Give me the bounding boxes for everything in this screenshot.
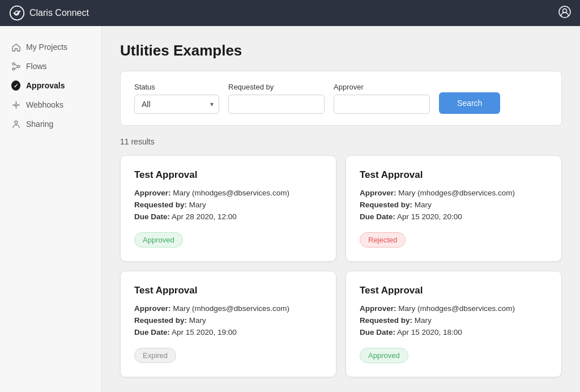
sidebar-item-sharing[interactable]: Sharing bbox=[0, 114, 101, 134]
status-badge-2: Rejected bbox=[360, 232, 406, 248]
requested-by-filter-group: Requested by bbox=[228, 83, 325, 114]
sidebar-item-flows[interactable]: Flows bbox=[0, 57, 101, 76]
svg-point-0 bbox=[10, 6, 24, 20]
approvals-icon bbox=[11, 81, 20, 90]
user-icon[interactable] bbox=[558, 6, 571, 20]
approver-label: Approver bbox=[334, 83, 430, 91]
sharing-icon bbox=[11, 120, 20, 129]
card-approver-1: Approver: Mary (mhodges@dbservices.com) bbox=[134, 189, 322, 197]
sidebar-label-my-projects: My Projects bbox=[26, 42, 67, 52]
card-requested-by-4: Requested by: Mary bbox=[360, 316, 548, 325]
status-filter-group: Status All Approved Rejected Expired Pen… bbox=[134, 83, 219, 114]
card-title-4: Test Approval bbox=[360, 285, 548, 296]
filter-bar: Status All Approved Rejected Expired Pen… bbox=[120, 71, 562, 126]
app-name: Claris Connect bbox=[29, 8, 89, 18]
card-title-2: Test Approval bbox=[360, 169, 548, 181]
svg-point-7 bbox=[15, 104, 17, 106]
sidebar-label-webhooks: Webhooks bbox=[26, 100, 63, 109]
sidebar-label-sharing: Sharing bbox=[26, 120, 53, 129]
card-due-date-4: Due Date: Apr 15 2020, 18:00 bbox=[360, 328, 548, 336]
card-approver-3: Approver: Mary (mhodges@dbservices.com) bbox=[134, 304, 322, 313]
sidebar-item-my-projects[interactable]: My Projects bbox=[0, 37, 101, 57]
svg-point-6 bbox=[12, 68, 15, 70]
results-count: 11 results bbox=[120, 137, 562, 146]
card-requested-by-2: Requested by: Mary bbox=[360, 201, 548, 209]
card-approver-4: Approver: Mary (mhodges@dbservices.com) bbox=[360, 304, 548, 313]
search-button[interactable]: Search bbox=[439, 92, 500, 114]
card-due-date-2: Due Date: Apr 15 2020, 20:00 bbox=[360, 212, 548, 221]
card-due-date-3: Due Date: Apr 15 2020, 19:00 bbox=[134, 328, 322, 336]
status-badge-4: Approved bbox=[360, 348, 408, 363]
card-title-1: Test Approval bbox=[134, 169, 322, 181]
svg-point-4 bbox=[12, 63, 15, 65]
svg-point-5 bbox=[18, 65, 20, 67]
requested-by-input[interactable] bbox=[228, 95, 325, 114]
webhooks-icon bbox=[11, 100, 20, 109]
status-select-wrapper: All Approved Rejected Expired Pending ▾ bbox=[134, 95, 219, 114]
sidebar: My Projects Flows Approvals bbox=[0, 26, 102, 392]
approval-card-3[interactable]: Test Approval Approver: Mary (mhodges@db… bbox=[120, 271, 336, 377]
status-label: Status bbox=[134, 83, 219, 91]
approver-filter-group: Approver bbox=[334, 83, 430, 114]
claris-logo-icon bbox=[9, 5, 25, 21]
sidebar-item-webhooks[interactable]: Webhooks bbox=[0, 95, 101, 114]
top-nav: Claris Connect bbox=[0, 0, 580, 26]
card-approver-2: Approver: Mary (mhodges@dbservices.com) bbox=[360, 189, 548, 197]
flows-icon bbox=[11, 62, 20, 71]
sidebar-item-approvals[interactable]: Approvals bbox=[0, 76, 101, 95]
approver-input[interactable] bbox=[334, 95, 430, 114]
card-title-3: Test Approval bbox=[134, 285, 322, 296]
approval-card-2[interactable]: Test Approval Approver: Mary (mhodges@db… bbox=[346, 155, 562, 262]
approval-card-4[interactable]: Test Approval Approver: Mary (mhodges@db… bbox=[346, 271, 562, 377]
sidebar-label-flows: Flows bbox=[26, 62, 47, 71]
cards-grid: Test Approval Approver: Mary (mhodges@db… bbox=[120, 155, 562, 377]
status-select[interactable]: All Approved Rejected Expired Pending bbox=[134, 95, 219, 114]
app-logo: Claris Connect bbox=[9, 5, 89, 21]
requested-by-label: Requested by bbox=[228, 83, 325, 91]
card-requested-by-1: Requested by: Mary bbox=[134, 201, 322, 209]
main-content: Utlities Examples Status All Approved Re… bbox=[102, 26, 580, 392]
home-icon bbox=[11, 42, 20, 52]
sidebar-label-approvals: Approvals bbox=[26, 81, 65, 90]
page-title: Utlities Examples bbox=[120, 42, 562, 59]
approval-card-1[interactable]: Test Approval Approver: Mary (mhodges@db… bbox=[120, 155, 336, 262]
card-due-date-1: Due Date: Apr 28 2020, 12:00 bbox=[134, 212, 322, 221]
status-badge-1: Approved bbox=[134, 232, 183, 248]
svg-point-8 bbox=[15, 121, 18, 123]
status-badge-3: Expired bbox=[134, 348, 176, 363]
card-requested-by-3: Requested by: Mary bbox=[134, 316, 322, 325]
